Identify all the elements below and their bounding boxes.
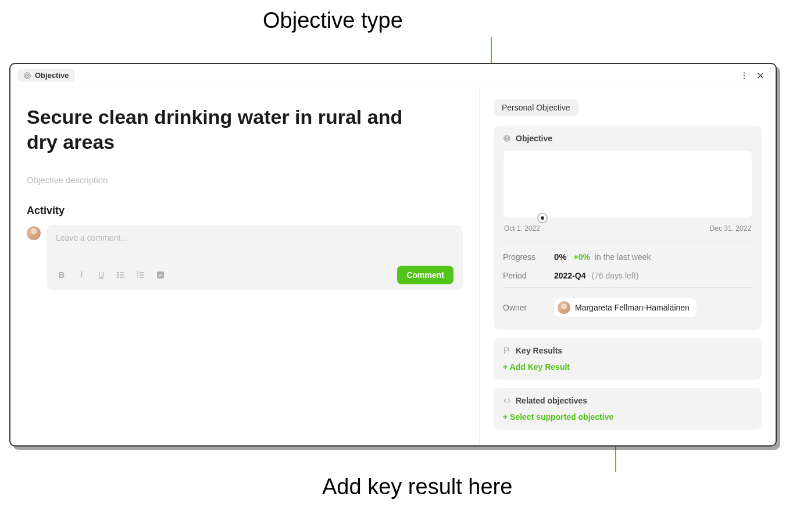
current-user-avatar (27, 226, 41, 240)
bullet-list-icon (116, 270, 126, 280)
bulleted-list-button[interactable] (115, 269, 127, 281)
progress-row: Progress 0% +0% in the last week (503, 247, 752, 266)
objective-card-header: Objective (503, 134, 752, 143)
comment-composer: B I U 123 Comment (47, 225, 463, 290)
main-column: Secure clean drinking water in rural and… (10, 87, 479, 445)
progress-tail: in the last week (595, 252, 651, 262)
period-sub: (76 days left) (591, 271, 638, 280)
dots-vertical-icon (740, 71, 749, 80)
numbered-list-button[interactable]: 123 (135, 269, 147, 281)
related-title: Related objectives (516, 396, 587, 405)
progress-end-date: Dec 31, 2022 (710, 224, 751, 233)
related-objectives-card: Related objectives + Select supported ob… (494, 388, 762, 430)
comment-input[interactable] (56, 233, 453, 266)
key-results-header: Key Results (503, 346, 752, 355)
owner-name: Margareta Fellman-Hämäläinen (575, 303, 690, 312)
objective-description-placeholder[interactable]: Objective description (27, 175, 463, 185)
close-button[interactable] (752, 67, 769, 84)
target-icon (503, 134, 511, 142)
objective-title[interactable]: Secure clean drinking water in rural and… (27, 105, 434, 154)
content-area: Secure clean drinking water in rural and… (10, 87, 776, 445)
numbered-list-icon: 123 (136, 270, 145, 280)
svg-point-8 (117, 277, 119, 278)
related-header: Related objectives (503, 396, 752, 405)
target-icon (23, 72, 31, 80)
check-square-icon (156, 270, 165, 280)
flag-icon (503, 347, 511, 355)
owner-chip[interactable]: Margareta Fellman-Hämäläinen (554, 298, 697, 317)
period-value: 2022-Q4 (554, 271, 585, 280)
objective-breadcrumb-label: Objective (35, 71, 69, 80)
objective-breadcrumb-pill[interactable]: Objective (17, 69, 75, 82)
owner-row: Owner Margareta Fellman-Hämäläinen (503, 294, 752, 322)
comment-toolbar: B I U 123 Comment (56, 266, 453, 284)
svg-point-4 (744, 74, 745, 76)
progress-delta: +0% (574, 252, 590, 262)
sidebar: Personal Objective Objective Oct 1, 2022… (479, 87, 776, 445)
progress-chart-date-row: Oct 1, 2022 Dec 31, 2022 (504, 224, 751, 233)
key-results-card: Key Results + Add Key Result (494, 338, 762, 380)
objective-summary-card: Objective Oct 1, 2022 Dec 31, 2022 Progr… (494, 126, 762, 330)
add-key-result-link[interactable]: + Add Key Result (503, 362, 752, 372)
app-window: Objective Secure clean drinking water in… (9, 63, 777, 447)
more-menu-button[interactable] (736, 67, 752, 84)
select-supported-objective-link[interactable]: + Select supported objective (503, 412, 752, 422)
related-icon (503, 397, 511, 405)
key-results-title: Key Results (516, 346, 562, 355)
svg-point-6 (117, 272, 119, 273)
owner-avatar (558, 301, 570, 314)
bold-button[interactable]: B (56, 269, 67, 281)
period-row: Period 2022-Q4 (76 days left) (503, 266, 752, 285)
svg-point-15 (506, 138, 507, 138)
submit-comment-button[interactable]: Comment (397, 266, 453, 284)
annotation-bottom: Add key result here (322, 474, 512, 499)
svg-point-5 (744, 77, 745, 78)
italic-button[interactable]: I (76, 269, 87, 281)
progress-start-date: Oct 1, 2022 (504, 224, 540, 233)
checklist-button[interactable] (155, 269, 166, 281)
progress-percent: 0% (554, 252, 567, 262)
svg-point-3 (744, 72, 745, 73)
activity-comment-row: B I U 123 Comment (27, 225, 463, 290)
svg-point-2 (27, 75, 27, 76)
activity-heading: Activity (27, 205, 463, 217)
period-label: Period (503, 271, 554, 280)
svg-rect-12 (157, 272, 164, 279)
objective-type-pill[interactable]: Personal Objective (494, 99, 578, 116)
owner-label: Owner (503, 303, 554, 312)
svg-text:3: 3 (137, 276, 138, 279)
progress-chart-marker[interactable] (537, 213, 548, 223)
underline-button[interactable]: U (95, 269, 107, 281)
annotation-top: Objective type (263, 8, 403, 33)
titlebar: Objective (10, 64, 776, 87)
progress-chart[interactable] (503, 150, 752, 219)
svg-point-7 (117, 274, 119, 276)
progress-label: Progress (503, 252, 554, 262)
close-icon (756, 71, 765, 80)
objective-card-title: Objective (516, 134, 552, 143)
